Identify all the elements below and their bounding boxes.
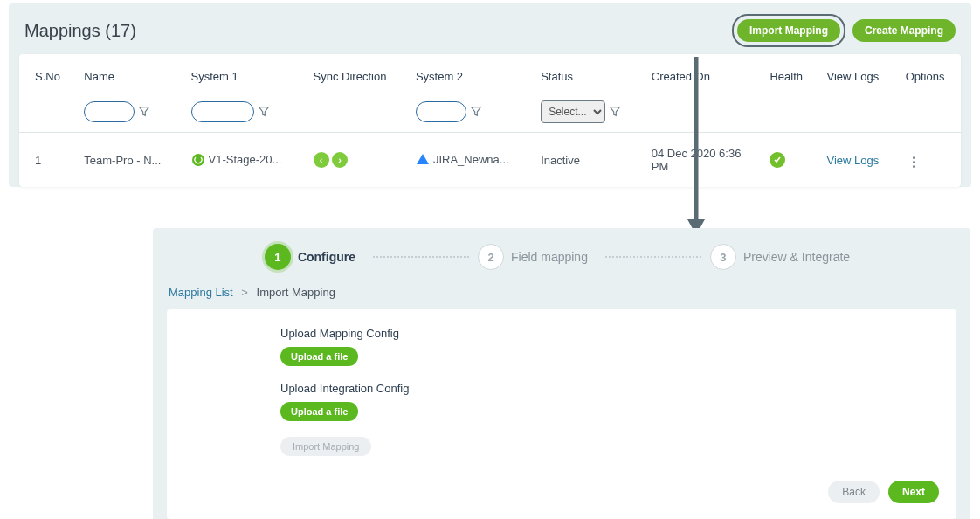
col-sync: Sync Direction	[305, 54, 407, 95]
filter-icon[interactable]	[138, 106, 150, 118]
filter-status-select[interactable]: Select...	[541, 100, 605, 123]
breadcrumb-current: Import Mapping	[257, 286, 335, 299]
upload-integration-label: Upload Integration Config	[280, 382, 939, 395]
cell-sync: ‹ ›	[305, 133, 407, 188]
col-name: Name	[75, 54, 182, 95]
filter-icon[interactable]	[470, 106, 482, 118]
cell-sno: 1	[19, 133, 75, 188]
filter-system2-input[interactable]	[416, 101, 466, 122]
col-system1: System 1	[183, 54, 305, 95]
filter-icon[interactable]	[258, 106, 270, 118]
step-2-label: Field mapping	[511, 250, 588, 264]
versionone-icon	[191, 153, 205, 167]
col-sno: S.No	[19, 54, 75, 95]
page-title: Mappings (17)	[24, 21, 136, 41]
cell-system2: JIRA_Newna...	[407, 133, 532, 188]
sync-right-icon: ›	[332, 152, 348, 168]
back-button[interactable]: Back	[828, 481, 880, 503]
jira-icon	[416, 153, 430, 167]
col-options: Options	[897, 54, 961, 95]
cell-status: Inactive	[532, 133, 643, 188]
stepper: 1 Configure 2 Field mapping 3 Preview & …	[153, 228, 970, 282]
upload-integration-file-button[interactable]: Upload a file	[280, 402, 358, 421]
svg-point-0	[192, 154, 204, 166]
view-logs-link[interactable]: View Logs	[827, 154, 880, 167]
step-3-label: Preview & Integrate	[743, 250, 850, 264]
col-system2: System 2	[407, 54, 532, 95]
cell-name: Team-Pro - N...	[75, 133, 182, 188]
import-mapping-button[interactable]: Import Mapping	[737, 19, 840, 42]
filter-icon[interactable]	[609, 106, 621, 118]
step-1-label: Configure	[298, 250, 355, 264]
upload-mapping-file-button[interactable]: Upload a file	[280, 347, 358, 366]
import-mapping-submit-button[interactable]: Import Mapping	[280, 437, 371, 456]
options-menu-button[interactable]	[906, 154, 923, 171]
step-1-circle: 1	[265, 244, 291, 270]
sync-left-icon: ‹	[314, 152, 329, 168]
breadcrumb: Mapping List > Import Mapping	[153, 282, 970, 309]
cell-created: 04 Dec 2020 6:36 PM	[643, 133, 762, 188]
col-health: Health	[761, 54, 818, 95]
step-3-circle: 3	[710, 244, 736, 270]
next-button[interactable]: Next	[888, 481, 939, 503]
import-mapping-highlight: Import Mapping	[732, 14, 845, 47]
cell-system1: V1-Stage-20...	[183, 133, 305, 188]
col-status: Status	[532, 54, 643, 95]
health-ok-icon	[770, 152, 785, 168]
table-row: 1 Team-Pro - N... V1-Stage-20... ‹ › JIR…	[19, 133, 961, 188]
col-logs: View Logs	[818, 54, 897, 95]
create-mapping-button[interactable]: Create Mapping	[852, 19, 956, 42]
col-created: Created On	[643, 54, 762, 95]
filter-system1-input[interactable]	[191, 101, 254, 122]
breadcrumb-sep: >	[241, 286, 248, 299]
upload-mapping-label: Upload Mapping Config	[280, 327, 939, 340]
cell-health	[761, 133, 818, 188]
filter-name-input[interactable]	[84, 101, 135, 122]
step-2-circle: 2	[478, 244, 504, 270]
breadcrumb-root-link[interactable]: Mapping List	[169, 286, 233, 299]
